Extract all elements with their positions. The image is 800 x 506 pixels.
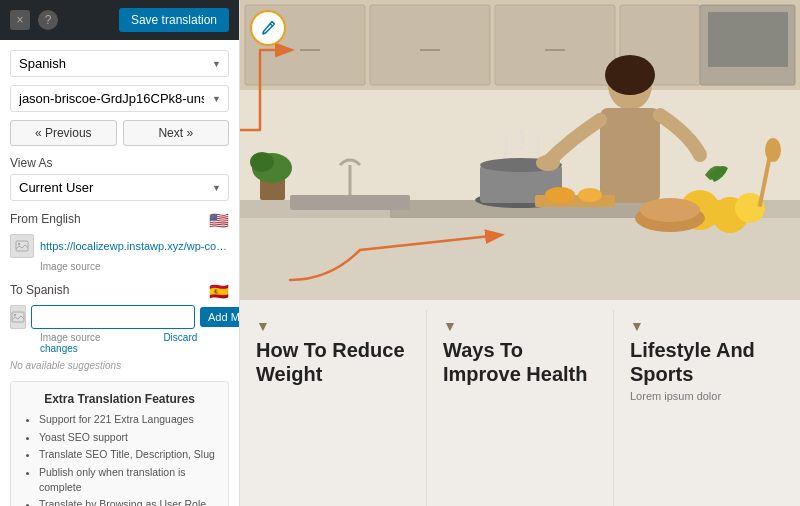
svg-rect-29 <box>600 108 660 203</box>
feature-item-2: Yoast SEO support <box>39 430 216 445</box>
extra-features-title: Extra Translation Features <box>23 392 216 406</box>
from-sublabel: Image source <box>40 261 229 272</box>
to-image-thumb <box>10 305 26 329</box>
add-media-button[interactable]: Add Media <box>200 307 239 327</box>
svg-rect-8 <box>370 5 490 85</box>
svg-rect-19 <box>290 195 410 210</box>
view-as-label: View As <box>10 156 229 170</box>
card-3-arrow: ▼ <box>630 318 784 334</box>
feature-item-4: Publish only when translation is complet… <box>39 465 216 494</box>
svg-line-4 <box>270 24 273 27</box>
kitchen-scene-svg <box>240 0 800 300</box>
to-image-icon <box>11 310 25 324</box>
cards-row: ▼ How To Reduce Weight ▼ Ways To Improve… <box>240 300 800 506</box>
right-panel: ▼ How To Reduce Weight ▼ Ways To Improve… <box>240 0 800 506</box>
to-url-input[interactable] <box>31 305 195 329</box>
card-3-title: Lifestyle And Sports <box>630 338 784 386</box>
from-flag: 🇺🇸 <box>209 211 229 230</box>
close-icon[interactable]: × <box>10 10 30 30</box>
help-icon[interactable]: ? <box>38 10 58 30</box>
image-icon <box>15 239 29 253</box>
svg-rect-9 <box>495 5 615 85</box>
left-panel: × ? Save translation Spanish French Germ… <box>0 0 240 506</box>
panel-content: Spanish French German jason-briscoe-GrdJ… <box>0 40 239 506</box>
card-2-title: Ways To Improve Health <box>443 338 597 386</box>
to-header: To Spanish 🇪🇸 <box>10 282 229 301</box>
svg-rect-12 <box>708 12 788 67</box>
to-input-row: Add Media <box>10 305 229 329</box>
svg-point-30 <box>536 155 560 171</box>
from-label: From English <box>10 212 81 226</box>
pencil-icon <box>259 19 277 37</box>
language-select[interactable]: Spanish French German <box>10 50 229 77</box>
card-2-arrow: ▼ <box>443 318 597 334</box>
to-label: To Spanish <box>10 283 69 297</box>
card-3: ▼ Lifestyle And Sports Lorem ipsum dolor <box>614 310 800 506</box>
svg-rect-17 <box>240 218 800 300</box>
view-as-section: View As Current User Guest Administrator <box>10 156 229 201</box>
svg-point-28 <box>605 55 655 95</box>
svg-point-3 <box>14 314 16 316</box>
view-as-select[interactable]: Current User Guest Administrator <box>10 174 229 201</box>
svg-point-32 <box>545 187 575 203</box>
card-1-arrow: ▼ <box>256 318 410 334</box>
to-sublabel: Image source Discard changes <box>40 332 229 354</box>
feature-item-3: Translate SEO Title, Description, Slug <box>39 447 216 462</box>
next-button[interactable]: Next » <box>123 120 230 146</box>
nav-buttons: « Previous Next » <box>10 120 229 146</box>
suggestions-text: No available suggestions <box>10 360 229 371</box>
from-image-row: https://localizewp.instawp.xyz/wp-conten… <box>10 234 229 258</box>
card-1-title: How To Reduce Weight <box>256 338 410 386</box>
svg-point-33 <box>578 188 602 202</box>
extra-features-section: Extra Translation Features Support for 2… <box>10 381 229 506</box>
previous-button[interactable]: « Previous <box>10 120 117 146</box>
from-url: https://localizewp.instawp.xyz/wp-conten… <box>40 240 229 252</box>
to-section: To Spanish 🇪🇸 Add Media Image source Dis… <box>10 282 229 371</box>
from-image-thumb <box>10 234 34 258</box>
edit-icon-button[interactable] <box>250 10 286 46</box>
card-2: ▼ Ways To Improve Health <box>427 310 614 506</box>
card-1: ▼ How To Reduce Weight <box>240 310 427 506</box>
card-3-text: Lorem ipsum dolor <box>630 390 784 402</box>
view-as-select-wrapper[interactable]: Current User Guest Administrator <box>10 174 229 201</box>
svg-point-23 <box>250 152 274 172</box>
feature-item-5: Translate by Browsing as User Role <box>39 497 216 506</box>
top-bar: × ? Save translation <box>0 0 239 40</box>
save-translation-button[interactable]: Save translation <box>119 8 229 32</box>
from-section: From English 🇺🇸 https://localizewp.insta… <box>10 211 229 272</box>
svg-point-38 <box>640 198 700 222</box>
from-header: From English 🇺🇸 <box>10 211 229 230</box>
svg-point-1 <box>18 243 20 245</box>
page-select-wrapper[interactable]: jason-briscoe-GrdJp16CPk8-unsplash... <box>10 85 229 112</box>
page-select[interactable]: jason-briscoe-GrdJp16CPk8-unsplash... <box>10 85 229 112</box>
language-select-wrapper[interactable]: Spanish French German <box>10 50 229 77</box>
svg-point-40 <box>765 138 781 162</box>
to-flag: 🇪🇸 <box>209 282 229 301</box>
feature-item-1: Support for 221 Extra Languages <box>39 412 216 427</box>
kitchen-image <box>240 0 800 300</box>
features-list: Support for 221 Extra Languages Yoast SE… <box>23 412 216 506</box>
